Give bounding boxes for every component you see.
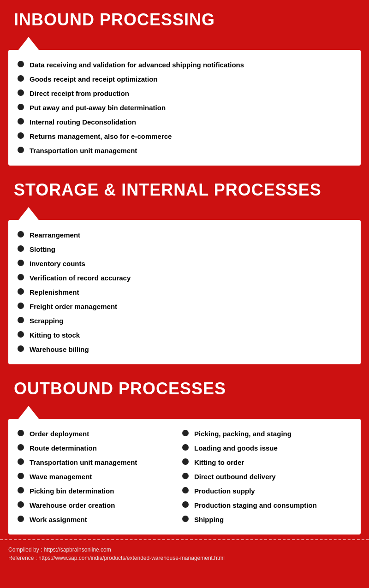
outbound-content-box: Order deploymentRoute determinationTrans… xyxy=(8,419,361,535)
list-item: Rearrangement xyxy=(18,230,347,240)
inbound-title: INBOUND PROCESSING xyxy=(14,10,355,30)
list-item: Returns management, also for e-commerce xyxy=(18,131,347,141)
inbound-content-box: Data receiving and validation for advanc… xyxy=(8,50,361,166)
list-item: Kitting to stock xyxy=(18,330,347,340)
bullet-icon xyxy=(182,458,189,465)
footer-compiled: Compiled by : https://sapbrainsonline.co… xyxy=(8,546,361,553)
bullet-icon xyxy=(18,75,24,82)
outbound-two-col: Order deploymentRoute determinationTrans… xyxy=(18,429,347,524)
list-item: Replenishment xyxy=(18,287,347,297)
bullet-icon xyxy=(182,516,189,522)
bullet-icon xyxy=(18,61,24,67)
list-item: Direct receipt from production xyxy=(18,89,347,98)
outbound-col2-list: Picking, packing, and stagingLoading and… xyxy=(182,429,347,524)
bullet-icon xyxy=(18,458,24,465)
list-item: Internal routing Deconsolidation xyxy=(18,117,347,127)
list-item: Production staging and consumption xyxy=(182,500,347,510)
list-item: Data receiving and validation for advanc… xyxy=(18,60,347,70)
inbound-list: Data receiving and validation for advanc… xyxy=(18,60,347,155)
bullet-icon xyxy=(18,245,24,252)
bullet-icon xyxy=(182,473,189,479)
list-item: Warehouse billing xyxy=(18,344,347,354)
bullet-icon xyxy=(18,147,24,153)
bullet-icon xyxy=(18,260,24,266)
list-item: Warehouse order creation xyxy=(18,500,182,510)
list-item: Goods receipt and receipt optimization xyxy=(18,74,347,84)
list-item: Verification of record accuracy xyxy=(18,273,347,283)
list-item: Direct outbound delivery xyxy=(182,472,347,481)
list-item: Scrapping xyxy=(18,316,347,326)
list-item: Transportation unit management xyxy=(18,457,182,467)
main-container: INBOUND PROCESSING Data receiving and va… xyxy=(0,0,369,567)
bullet-icon xyxy=(182,501,189,508)
bullet-icon xyxy=(18,89,24,96)
outbound-col1-list: Order deploymentRoute determinationTrans… xyxy=(18,429,182,524)
list-item: Kitting to order xyxy=(182,457,347,467)
list-item: Route determination xyxy=(18,443,182,453)
storage-list: RearrangementSlottingInventory countsVer… xyxy=(18,230,347,354)
footer: Compiled by : https://sapbrainsonline.co… xyxy=(0,539,369,567)
storage-section-header: STORAGE & INTERNAL PROCESSES xyxy=(0,170,369,204)
bullet-icon xyxy=(182,430,189,436)
bullet-icon xyxy=(18,317,24,323)
bullet-icon xyxy=(18,288,24,295)
bullet-icon xyxy=(18,118,24,125)
list-item: Shipping xyxy=(182,515,347,524)
list-item: Freight order management xyxy=(18,302,347,311)
outbound-title: OUTBOUND PROCESSES xyxy=(14,379,355,398)
bullet-icon xyxy=(18,501,24,508)
bullet-icon xyxy=(18,487,24,493)
bullet-icon xyxy=(18,331,24,338)
inbound-section-header: INBOUND PROCESSING xyxy=(0,0,369,34)
inbound-arrow xyxy=(18,37,39,50)
bullet-icon xyxy=(18,430,24,436)
outbound-section-header: OUTBOUND PROCESSES xyxy=(0,369,369,403)
list-item: Inventory counts xyxy=(18,259,347,268)
list-item: Loading and goods issue xyxy=(182,443,347,453)
list-item: Work assignment xyxy=(18,515,182,524)
bullet-icon xyxy=(18,473,24,479)
storage-content-box: RearrangementSlottingInventory countsVer… xyxy=(8,220,361,364)
list-item: Wave management xyxy=(18,472,182,481)
outbound-arrow xyxy=(18,406,39,419)
list-item: Picking, packing, and staging xyxy=(182,429,347,439)
bullet-icon xyxy=(18,345,24,352)
storage-arrow xyxy=(18,207,39,220)
storage-title: STORAGE & INTERNAL PROCESSES xyxy=(14,180,355,200)
bullet-icon xyxy=(182,487,189,493)
bullet-icon xyxy=(182,444,189,451)
bullet-icon xyxy=(18,231,24,238)
bullet-icon xyxy=(18,444,24,451)
list-item: Production supply xyxy=(182,486,347,496)
footer-reference: Reference : https://www.sap.com/india/pr… xyxy=(8,555,361,561)
list-item: Put away and put-away bin determination xyxy=(18,103,347,113)
list-item: Slotting xyxy=(18,244,347,254)
bullet-icon xyxy=(18,303,24,309)
bullet-icon xyxy=(18,516,24,522)
bullet-icon xyxy=(18,132,24,139)
list-item: Transportation unit management xyxy=(18,146,347,155)
list-item: Picking bin determination xyxy=(18,486,182,496)
bullet-icon xyxy=(18,274,24,280)
list-item: Order deployment xyxy=(18,429,182,439)
bullet-icon xyxy=(18,104,24,110)
